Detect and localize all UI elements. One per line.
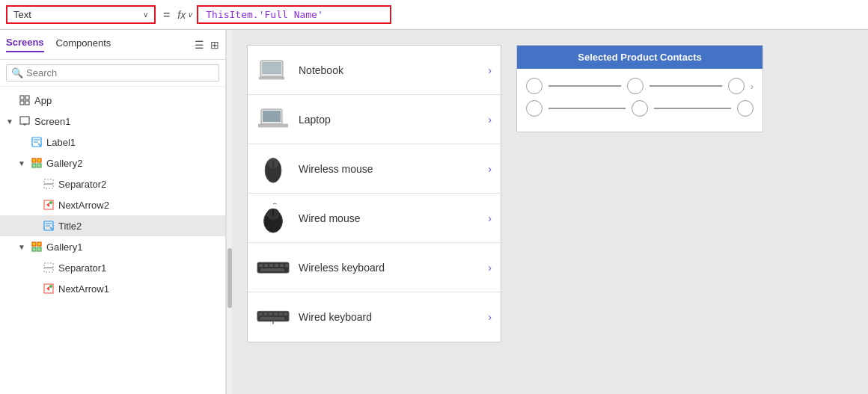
sidebar-tree: App ▼ Screen1 — [0, 87, 225, 394]
equals-sign: = — [160, 8, 173, 22]
property-chevron-icon: ∨ — [143, 10, 148, 19]
svg-rect-50 — [260, 268, 284, 271]
sidebar: Screens Components ☰ ⊞ 🔍 — [0, 30, 226, 394]
tree-item-nextarrow1[interactable]: NextArrow1 — [0, 278, 225, 299]
contacts-line-2a — [548, 108, 626, 109]
gallery-label-laptop: Laptop — [299, 114, 479, 126]
nextarrow-icon — [42, 198, 55, 212]
contacts-circle-1b — [627, 78, 644, 94]
gallery-label-wired-mouse: Wired mouse — [299, 212, 479, 224]
svg-rect-45 — [264, 264, 268, 267]
wired-mouse-icon — [257, 202, 290, 235]
tree-item-app[interactable]: App — [0, 90, 225, 111]
gallery-item-wired-mouse[interactable]: Wired mouse › — [248, 194, 501, 243]
svg-rect-14 — [37, 164, 41, 167]
gallery-arrow-wireless-mouse: › — [488, 163, 492, 175]
tree-item-nextarrow2[interactable]: NextArrow2 — [0, 194, 225, 215]
content-area: Notebook › Laptop › — [232, 30, 868, 394]
tree-label-gallery2: Gallery2 — [46, 158, 82, 169]
fx-button[interactable]: fx ∨ — [177, 9, 192, 21]
tree-item-title2[interactable]: Title2 — [0, 215, 225, 236]
sidebar-scrollbar-thumb[interactable] — [227, 248, 232, 308]
tree-label-label1: Label1 — [46, 137, 76, 148]
tree-item-separator2[interactable]: Separator2 — [0, 173, 225, 194]
svg-rect-26 — [37, 247, 41, 251]
toolbar: Text ∨ = fx ∨ ThisItem.'Full Name' — [0, 0, 868, 30]
svg-rect-11 — [32, 158, 36, 162]
property-selector[interactable]: Text ∨ — [6, 5, 156, 24]
svg-rect-44 — [259, 264, 263, 267]
tree-item-gallery1[interactable]: ▼ Gallery1 — [0, 236, 225, 257]
contacts-panel: Selected Product Contacts › — [516, 45, 763, 132]
search-box[interactable]: 🔍 — [6, 64, 219, 81]
svg-rect-47 — [275, 264, 278, 267]
tree-item-label1[interactable]: Label1 — [0, 132, 225, 153]
gallery-item-wired-keyboard[interactable]: Wired keyboard › — [248, 292, 501, 342]
gallery-icon — [30, 156, 43, 170]
formula-text: ThisItem.'Full Name' — [206, 9, 323, 20]
tree-label-nextarrow2: NextArrow2 — [58, 200, 109, 211]
tree-label-screen1: Screen1 — [34, 116, 70, 127]
svg-rect-36 — [258, 124, 288, 127]
svg-rect-2 — [20, 101, 24, 105]
gallery-item-notebook[interactable]: Notebook › — [248, 46, 501, 95]
tab-components[interactable]: Components — [56, 37, 111, 52]
svg-rect-1 — [25, 96, 29, 99]
contacts-circle-1a — [526, 78, 542, 94]
svg-rect-54 — [269, 313, 272, 315]
svg-rect-49 — [285, 264, 288, 267]
search-input[interactable] — [26, 67, 214, 79]
contacts-circle-1c — [728, 78, 745, 94]
tree-arrow-screen1: ▼ — [6, 117, 15, 126]
gallery-label-notebook: Notebook — [299, 64, 479, 76]
formula-bar[interactable]: ThisItem.'Full Name' — [197, 5, 391, 24]
tree-item-gallery2[interactable]: ▼ Gallery2 — [0, 153, 225, 173]
wireless-keyboard-icon — [257, 251, 290, 284]
contacts-arrow-1: › — [751, 81, 754, 92]
tab-screens[interactable]: Screens — [6, 37, 44, 52]
svg-point-18 — [49, 201, 52, 204]
tree-label-app: App — [34, 95, 52, 106]
svg-rect-32 — [262, 62, 281, 74]
svg-rect-23 — [32, 242, 36, 246]
sidebar-scrollbar[interactable] — [226, 30, 232, 394]
gallery-item-wireless-keyboard[interactable]: Wireless keyboard › — [248, 243, 501, 292]
svg-point-30 — [49, 285, 52, 288]
tree-label-nextarrow1: NextArrow1 — [58, 283, 109, 295]
svg-rect-0 — [20, 96, 24, 99]
list-view-icon[interactable]: ☰ — [195, 39, 204, 51]
svg-rect-55 — [274, 313, 278, 315]
tree-item-separator1[interactable]: Separator1 — [0, 257, 225, 278]
tree-item-screen1[interactable]: ▼ Screen1 — [0, 111, 225, 132]
tree-label-gallery1: Gallery1 — [46, 241, 82, 253]
svg-rect-4 — [20, 117, 29, 124]
gallery-arrow-wired-mouse: › — [488, 212, 492, 224]
screen-icon — [18, 114, 31, 128]
contacts-row-1: › — [526, 78, 754, 94]
contacts-circle-2c — [737, 100, 754, 117]
notebook-icon — [257, 54, 290, 87]
gallery-item-laptop[interactable]: Laptop › — [248, 95, 501, 144]
property-name: Text — [13, 9, 31, 20]
wired-keyboard-icon — [257, 301, 290, 333]
nextarrow1-icon — [42, 282, 55, 295]
tree-arrow-gallery1: ▼ — [18, 243, 27, 251]
svg-rect-3 — [25, 101, 29, 105]
gallery-item-wireless-mouse[interactable]: Wireless mouse › — [248, 144, 501, 194]
svg-rect-24 — [37, 242, 41, 246]
tree-label-separator1: Separator1 — [58, 262, 106, 274]
gallery-label-wireless-keyboard: Wireless keyboard — [299, 262, 479, 274]
search-icon: 🔍 — [11, 67, 23, 79]
fx-label: fx — [177, 9, 186, 21]
contacts-header: Selected Product Contacts — [517, 46, 762, 69]
sidebar-tab-icons: ☰ ⊞ — [195, 39, 219, 51]
grid-view-icon[interactable]: ⊞ — [210, 39, 219, 51]
svg-rect-13 — [32, 164, 36, 167]
contacts-header-text: Selected Product Contacts — [578, 52, 701, 63]
separator1-icon — [42, 261, 55, 274]
main-layout: Screens Components ☰ ⊞ 🔍 — [0, 30, 868, 394]
tree-arrow-gallery2: ▼ — [18, 159, 27, 167]
sidebar-search: 🔍 — [0, 60, 225, 87]
svg-rect-33 — [259, 77, 284, 79]
svg-rect-46 — [269, 264, 273, 267]
